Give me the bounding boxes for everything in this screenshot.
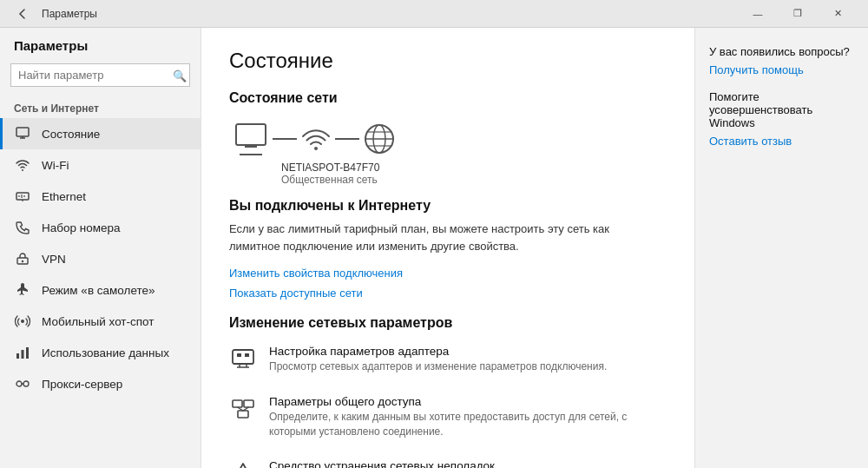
network-diagram: [229, 120, 667, 158]
sidebar-label-nabor: Набор номера: [42, 221, 121, 234]
settings-item-adapter[interactable]: Настройка параметров адаптера Просмотр с…: [229, 341, 667, 378]
svg-rect-18: [236, 124, 266, 145]
sidebar-item-proxy[interactable]: Прокси-сервер: [0, 368, 201, 399]
proxy-icon: [14, 375, 31, 392]
restore-button[interactable]: ❐: [778, 0, 818, 28]
svg-rect-14: [26, 347, 29, 359]
help-link[interactable]: Получить помощь: [709, 63, 854, 76]
wifi-icon: [14, 156, 31, 174]
troubleshoot-text: Средство устранения сетевых неполадок Ди…: [269, 459, 495, 468]
globe-icon: [359, 120, 399, 158]
sidebar-section-label: Сеть и Интернет: [0, 94, 201, 118]
sidebar-item-mobile[interactable]: Мобильный хот-спот: [0, 306, 201, 337]
main-content: Состояние Состояние сети: [201, 28, 694, 468]
network-type: Общественная сеть: [281, 174, 667, 186]
main-container: Параметры 🔍 Сеть и Интернет Состояние: [0, 28, 868, 468]
window-controls: — ❐ ✕: [738, 0, 858, 28]
sidebar-item-ethernet[interactable]: Ethernet: [0, 181, 201, 212]
sharing-icon: [229, 395, 257, 423]
sidebar-label-rezhim: Режим «в самолете»: [42, 284, 155, 297]
svg-rect-21: [240, 154, 262, 155]
svg-point-3: [22, 169, 23, 171]
connected-title: Вы подключены к Интернету: [229, 198, 667, 214]
link-properties[interactable]: Изменить свойства подключения: [229, 267, 667, 280]
search-input[interactable]: [10, 63, 190, 87]
search-icon[interactable]: 🔍: [173, 69, 187, 82]
sidebar-label-data: Использование данных: [42, 346, 169, 359]
adapter-icon: [229, 345, 257, 372]
svg-point-11: [21, 320, 24, 323]
help-question: У вас появились вопросы?: [709, 45, 854, 58]
net-line-1: [273, 138, 297, 140]
right-panel: У вас появились вопросы? Получить помощь…: [694, 28, 868, 468]
data-icon: [14, 344, 31, 361]
svg-point-15: [16, 381, 22, 386]
adapter-text: Настройка параметров адаптера Просмотр с…: [269, 345, 607, 374]
warning-icon: [229, 459, 257, 468]
adapter-title: Настройка параметров адаптера: [269, 345, 607, 358]
change-section-title: Изменение сетевых параметров: [229, 315, 667, 331]
svg-rect-0: [16, 128, 29, 136]
svg-rect-36: [238, 411, 248, 418]
sidebar: Параметры 🔍 Сеть и Интернет Состояние: [0, 28, 201, 468]
svg-rect-30: [245, 353, 249, 357]
svg-rect-34: [233, 400, 242, 407]
svg-point-10: [22, 260, 23, 262]
sidebar-label-ethernet: Ethernet: [42, 190, 86, 203]
page-title: Состояние: [229, 49, 667, 73]
monitor-icon: [14, 125, 31, 142]
sidebar-item-nabor[interactable]: Набор номера: [0, 212, 201, 243]
phone-icon: [14, 219, 31, 236]
sidebar-label-sostoyanie: Состояние: [42, 128, 100, 141]
svg-rect-12: [16, 353, 19, 359]
svg-rect-28: [233, 350, 253, 364]
network-name: NETIASPOT-B47F70: [281, 161, 667, 174]
sidebar-label-proxy: Прокси-сервер: [42, 378, 122, 391]
back-button[interactable]: [10, 2, 35, 26]
hotspot-icon: [14, 313, 31, 330]
sidebar-item-sostoyanie[interactable]: Состояние: [0, 118, 201, 149]
titlebar-title: Параметры: [42, 8, 738, 20]
network-label-area: NETIASPOT-B47F70 Общественная сеть: [281, 161, 667, 186]
network-section-title: Состояние сети: [229, 90, 667, 106]
sharing-desc: Определите, к каким данным вы хотите пре…: [269, 410, 634, 439]
svg-point-22: [314, 147, 318, 150]
sharing-text: Параметры общего доступа Определите, к к…: [269, 395, 634, 439]
settings-item-sharing[interactable]: Параметры общего доступа Определите, к к…: [229, 392, 667, 443]
settings-item-troubleshoot[interactable]: Средство устранения сетевых неполадок Ди…: [229, 456, 667, 468]
sharing-title: Параметры общего доступа: [269, 395, 634, 408]
feedback-link[interactable]: Оставить отзыв: [709, 135, 854, 148]
sidebar-label-vpn: VPN: [42, 253, 66, 266]
improve-label: Помогите усовершенствовать Windows: [709, 90, 854, 129]
search-box: 🔍: [10, 63, 190, 87]
sidebar-item-wifi[interactable]: Wi-Fi: [0, 149, 201, 181]
net-line-2: [335, 138, 359, 140]
link-networks[interactable]: Показать доступные сети: [229, 287, 667, 300]
svg-rect-4: [16, 193, 29, 200]
sidebar-header: Параметры: [0, 28, 201, 60]
adapter-desc: Просмотр сетевых адаптеров и изменение п…: [269, 359, 607, 374]
connected-desc: Если у вас лимитный тарифный план, вы мо…: [229, 221, 646, 254]
sidebar-label-mobile: Мобильный хот-спот: [42, 315, 154, 328]
close-button[interactable]: ✕: [818, 0, 858, 28]
troubleshoot-title: Средство устранения сетевых неполадок: [269, 459, 495, 468]
svg-point-16: [23, 381, 29, 386]
sidebar-item-rezhim[interactable]: Режим «в самолете»: [0, 274, 201, 306]
sidebar-item-data[interactable]: Использование данных: [0, 337, 201, 368]
svg-rect-29: [237, 353, 241, 357]
svg-rect-13: [22, 350, 24, 359]
plane-icon: [14, 281, 31, 299]
ethernet-icon: [14, 188, 31, 205]
svg-rect-35: [244, 400, 253, 407]
computer-icon: [229, 120, 273, 158]
vpn-icon: [14, 250, 31, 267]
sidebar-label-wifi: Wi-Fi: [42, 159, 69, 172]
titlebar: Параметры — ❐ ✕: [0, 0, 868, 28]
minimize-button[interactable]: —: [738, 0, 778, 28]
wifi-diagram-icon: [297, 120, 335, 158]
sidebar-item-vpn[interactable]: VPN: [0, 243, 201, 274]
